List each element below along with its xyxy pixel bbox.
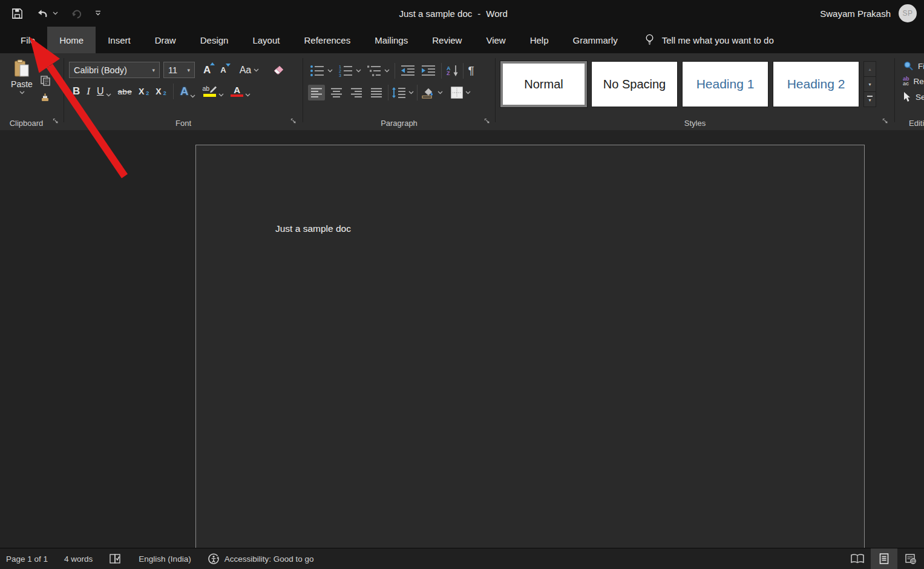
styles-group: Normal No Spacing Heading 1 Heading 2 ▴ … [496, 53, 894, 130]
combo-arrow-icon[interactable]: ▾ [187, 67, 190, 73]
tab-grammarly[interactable]: Grammarly [561, 27, 630, 53]
justify-icon [370, 87, 382, 98]
paste-clipboard-icon [14, 59, 30, 77]
proofing-status[interactable] [109, 553, 122, 564]
read-mode-button[interactable] [844, 548, 871, 569]
font-name-combobox[interactable]: Calibri (Body) ▾ [69, 62, 160, 78]
bold-button[interactable]: B [73, 85, 80, 97]
document-canvas[interactable]: Just a sample doc [0, 130, 924, 548]
customize-quick-access-button[interactable] [94, 10, 102, 16]
decrease-indent-button[interactable] [400, 64, 416, 77]
cut-icon[interactable] [41, 61, 50, 69]
font-color-button[interactable]: A [231, 86, 251, 97]
eraser-icon [272, 64, 286, 76]
tab-home[interactable]: Home [47, 27, 96, 53]
format-painter-icon[interactable] [40, 92, 51, 103]
align-center-button[interactable] [328, 85, 345, 100]
align-right-button[interactable] [348, 85, 365, 100]
subscript-button[interactable]: X2 [139, 87, 149, 96]
italic-button[interactable]: I [87, 85, 90, 97]
superscript-button[interactable]: X2 [156, 87, 166, 96]
style-normal[interactable]: Normal [500, 61, 587, 107]
sort-arrow-icon [453, 65, 458, 77]
page-indicator[interactable]: Page 1 of 1 [6, 554, 48, 564]
grow-font-button[interactable]: A [203, 64, 211, 76]
increase-indent-button[interactable] [421, 64, 436, 77]
view-switcher [844, 548, 924, 569]
strikethrough-button[interactable]: abe [118, 87, 132, 96]
shrink-font-button[interactable]: A [220, 65, 226, 74]
language-indicator[interactable]: English (India) [139, 554, 191, 564]
tab-references[interactable]: References [292, 27, 362, 53]
shading-button[interactable] [421, 87, 443, 99]
justify-button[interactable] [368, 85, 385, 100]
align-center-icon [330, 87, 342, 98]
tell-me-box[interactable]: Tell me what you want to do [644, 27, 774, 53]
styles-more-button[interactable]: ▾ [864, 92, 876, 107]
tab-insert[interactable]: Insert [96, 27, 143, 53]
styles-scroll-down-button[interactable]: ▾ [864, 77, 876, 92]
multilevel-list-button[interactable] [366, 64, 390, 77]
tab-view[interactable]: View [474, 27, 517, 53]
paste-button[interactable]: Paste [7, 59, 36, 94]
tab-draw[interactable]: Draw [143, 27, 188, 53]
font-size-combobox[interactable]: 11 ▾ [163, 62, 195, 78]
sort-button[interactable]: A Z [447, 65, 458, 77]
styles-dialog-launcher[interactable] [882, 116, 888, 127]
styles-gallery: Normal No Spacing Heading 1 Heading 2 ▴ … [500, 61, 876, 107]
tab-file[interactable]: File [8, 27, 47, 53]
align-left-button[interactable] [308, 85, 325, 100]
borders-button[interactable] [451, 87, 471, 99]
change-case-button[interactable]: Aa [240, 65, 260, 76]
dialog-launcher-icon [290, 118, 297, 124]
document-body-text[interactable]: Just a sample doc [275, 223, 351, 234]
document-page[interactable]: Just a sample doc [195, 145, 865, 568]
decrease-indent-icon [400, 64, 416, 77]
clipboard-dialog-launcher[interactable] [53, 116, 59, 127]
select-cursor-icon [903, 91, 911, 102]
chevron-down-icon [190, 94, 195, 98]
underline-button[interactable]: U [97, 86, 111, 97]
paragraph-dialog-launcher[interactable] [484, 116, 490, 127]
avatar[interactable]: SP [899, 4, 917, 22]
combo-arrow-icon[interactable]: ▾ [152, 67, 155, 73]
app-name: Word [486, 8, 508, 19]
tab-layout[interactable]: Layout [240, 27, 292, 53]
accessibility-status[interactable]: Accessibility: Good to go [208, 553, 314, 565]
text-highlight-button[interactable]: ab [202, 86, 224, 97]
word-count[interactable]: 4 words [64, 554, 93, 564]
clear-formatting-button[interactable] [272, 64, 286, 76]
undo-button[interactable] [36, 8, 58, 19]
print-layout-button[interactable] [871, 548, 897, 569]
chevron-down-icon [408, 91, 414, 94]
web-layout-button[interactable] [897, 548, 924, 569]
numbering-button[interactable]: 123 [338, 64, 361, 77]
tell-me-label: Tell me what you want to do [662, 35, 774, 45]
account-area[interactable]: Swayam Prakash SP [820, 0, 917, 27]
copy-icon[interactable] [40, 75, 51, 86]
styles-scroll-up-button[interactable]: ▴ [864, 62, 876, 77]
find-button[interactable]: Find [903, 61, 924, 71]
bullets-button[interactable] [309, 64, 333, 77]
lightbulb-icon [644, 33, 655, 47]
tab-help[interactable]: Help [518, 27, 561, 53]
clipboard-group: Paste Clipboard [0, 53, 64, 130]
tab-design[interactable]: Design [188, 27, 241, 53]
tab-mailings[interactable]: Mailings [362, 27, 420, 53]
line-spacing-button[interactable] [392, 87, 414, 99]
font-dialog-launcher[interactable] [290, 116, 297, 127]
dialog-launcher-icon [882, 118, 888, 124]
replace-button[interactable]: ab ac Replace [903, 77, 924, 86]
style-no-spacing[interactable]: No Spacing [591, 61, 678, 107]
tab-review[interactable]: Review [420, 27, 474, 53]
style-heading-1[interactable]: Heading 1 [682, 61, 768, 107]
editing-group: Find ab ac Replace Select Editing [900, 53, 924, 130]
separator [388, 85, 388, 100]
style-heading-2[interactable]: Heading 2 [773, 61, 859, 107]
text-effects-button[interactable]: A [180, 85, 196, 98]
save-button[interactable] [11, 7, 24, 20]
select-button[interactable]: Select [903, 91, 924, 102]
show-paragraph-marks-button[interactable]: ¶ [468, 64, 474, 77]
replace-label: Replace [914, 77, 924, 86]
redo-button[interactable] [70, 7, 82, 19]
